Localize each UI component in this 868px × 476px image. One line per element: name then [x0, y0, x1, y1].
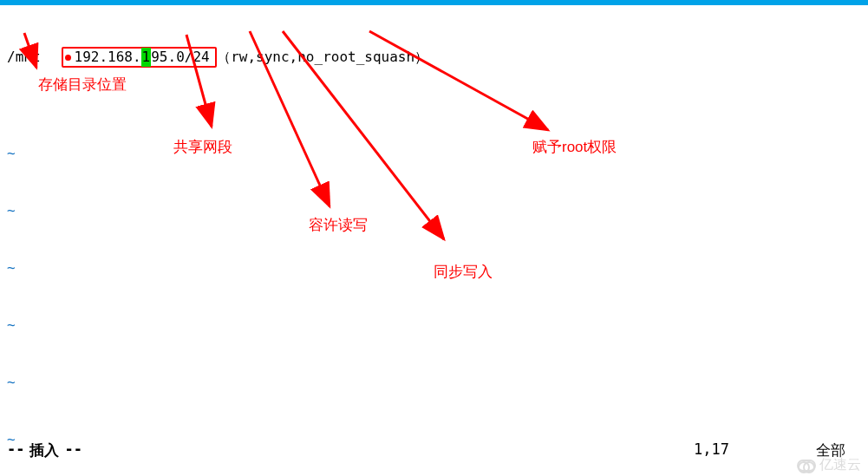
- empty-lines: ~ ~ ~ ~ ~ ~ ~ ~ ~ ~ ~ ~ ~ ~ ~ ~ ~ ~ ~ ~ …: [7, 106, 861, 476]
- nfs-options: rw,sync,no_root_squash: [231, 48, 414, 67]
- watermark-text: 亿速云: [819, 456, 861, 474]
- anchor-dot-icon: [65, 55, 71, 61]
- watermark: 亿速云: [797, 456, 861, 474]
- terminal-editor[interactable]: /mnt 192.168.195.0/24 （rw,sync,no_root_s…: [0, 5, 868, 476]
- ip-pre: 192.168.: [75, 48, 141, 67]
- tilde-line: ~: [7, 144, 861, 163]
- label-root-priv: 赋予root权限: [532, 137, 617, 157]
- label-shared-segment: 共享网段: [173, 137, 232, 157]
- label-sync-write: 同步写入: [434, 262, 493, 282]
- tilde-line: ~: [7, 201, 861, 220]
- mount-path-text: /mnt: [7, 48, 41, 67]
- cloud-icon: [797, 460, 816, 472]
- vim-status-line: -- 插入 -- 1,17 全部: [7, 440, 861, 460]
- editor-cursor[interactable]: 1: [141, 48, 152, 67]
- vim-mode: 插入: [29, 440, 59, 460]
- cursor-position: 1,17: [694, 440, 729, 460]
- ip-post: 95.0/24: [151, 48, 209, 67]
- editor-line-1[interactable]: /mnt 192.168.195.0/24 （rw,sync,no_root_s…: [7, 47, 861, 68]
- mode-suffix: --: [64, 440, 82, 460]
- label-allow-rw: 容许读写: [309, 215, 368, 235]
- paren-close: ）: [414, 48, 429, 67]
- tilde-line: ~: [7, 316, 861, 335]
- mode-prefix: --: [7, 440, 24, 460]
- label-storage-dir: 存储目录位置: [38, 75, 127, 95]
- ip-highlight-box: 192.168.195.0/24: [62, 47, 217, 68]
- paren-open: （: [217, 48, 232, 67]
- tilde-line: ~: [7, 373, 861, 392]
